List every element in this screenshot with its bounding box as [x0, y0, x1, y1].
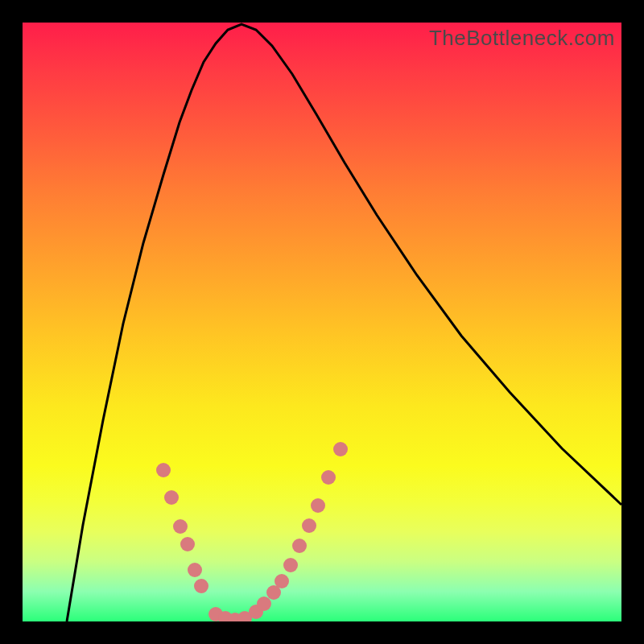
left-dots-dot	[173, 519, 188, 534]
right-dots-dot	[257, 597, 271, 611]
right-dots-dot	[311, 498, 325, 513]
right-dots-dot	[292, 539, 307, 553]
right-dots-dot	[275, 574, 289, 588]
right-dots-dot	[283, 558, 298, 572]
watermark-text: TheBottleneck.com	[429, 26, 615, 51]
curve-layer	[23, 23, 621, 621]
bottleneck-curve-path	[67, 24, 621, 621]
left-dots-dot	[194, 579, 208, 593]
left-dots-dot	[180, 537, 195, 551]
data-markers	[156, 442, 348, 621]
left-dots-dot	[156, 463, 171, 477]
right-dots-dot	[333, 442, 348, 456]
chart-frame: TheBottleneck.com	[0, 0, 644, 644]
right-dots-dot	[321, 470, 336, 485]
right-dots-dot	[302, 518, 316, 533]
plot-area: TheBottleneck.com	[23, 23, 621, 621]
left-dots-dot	[188, 563, 202, 577]
left-dots-dot	[164, 490, 179, 505]
